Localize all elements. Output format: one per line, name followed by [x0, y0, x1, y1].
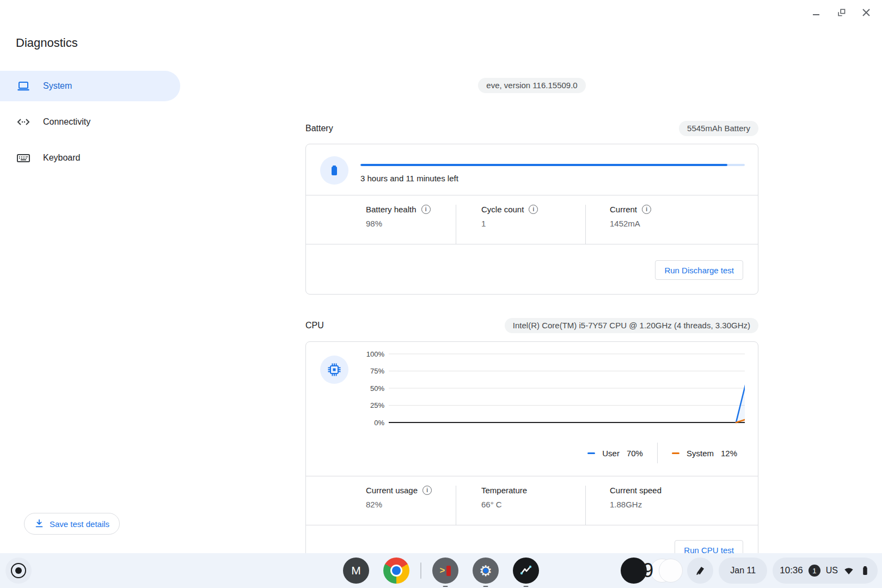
legend-user-dash [587, 452, 595, 454]
svg-text:25%: 25% [370, 401, 384, 409]
calendar-date-button[interactable]: Jan 11 [719, 558, 767, 584]
battery-capacity-chip: 5545mAh Battery [679, 121, 758, 136]
chrome-app-button[interactable] [383, 558, 409, 584]
legend-system-label: System [687, 449, 714, 458]
restore-icon [836, 8, 846, 17]
window-controls [808, 4, 874, 21]
battery-icon-circle [320, 156, 348, 185]
avatar-letter: M [351, 564, 361, 577]
battery-charge-row: 3 hours and 11 minutes left [306, 144, 758, 195]
cpu-chart-row: 100%75%50%25%0% [306, 342, 758, 430]
save-test-details-button[interactable]: Save test details [24, 513, 120, 535]
terminal-icon: > [440, 565, 445, 576]
stat-value: 98% [366, 219, 456, 228]
page-title: Diagnostics [16, 36, 78, 50]
current-stat: Currenti 1452mA [585, 205, 758, 244]
stat-label: Cycle count [481, 205, 524, 214]
notification-count: 9 [642, 559, 653, 582]
board-version-chip: eve, version 116.15509.0 [478, 78, 585, 93]
current-usage-stat: Current usagei 82% [366, 486, 456, 525]
info-icon[interactable]: i [421, 205, 431, 214]
terminal-app-button[interactable]: > [432, 558, 458, 584]
current-speed-stat: Current speed 1.88GHz [585, 486, 758, 525]
legend-user: User 70% [587, 449, 643, 458]
profile-avatar[interactable]: M [343, 558, 369, 584]
close-icon [862, 8, 871, 17]
save-test-details-label: Save test details [50, 519, 109, 529]
wifi-icon [843, 565, 854, 576]
stat-label: Current [610, 205, 637, 214]
info-icon[interactable]: i [529, 205, 538, 214]
diagnostics-app-button[interactable] [513, 558, 539, 584]
stat-label: Temperature [481, 486, 527, 495]
shelf-apps: M > ⚙ [343, 558, 539, 584]
battery-time-left: 3 hours and 11 minutes left [360, 174, 745, 183]
restore-button[interactable] [833, 4, 849, 21]
battery-section-title: Battery [305, 124, 333, 133]
settings-app-button[interactable]: ⚙ [473, 558, 499, 584]
cpu-model-chip: Intel(R) Core(TM) i5-7Y57 CPU @ 1.20GHz … [505, 318, 758, 333]
status-area: 9 Jan 11 10:36 1 US [621, 558, 878, 584]
sidebar-item-connectivity[interactable]: Connectivity [0, 107, 180, 137]
cpu-icon-circle [320, 356, 348, 384]
stat-label: Battery health [366, 205, 416, 214]
quick-settings-button[interactable]: 10:36 1 US [773, 558, 878, 584]
legend-system-dash [672, 452, 679, 454]
sidebar: System Connectivity Keyboard [0, 71, 180, 179]
stat-value: 1.88GHz [610, 500, 758, 509]
info-icon[interactable]: i [422, 486, 432, 495]
launcher-icon [11, 563, 26, 578]
keyboard-locale-label: US [826, 566, 838, 575]
legend-system-value: 12% [721, 449, 737, 458]
svg-text:75%: 75% [370, 367, 384, 375]
legend-user-label: User [602, 449, 620, 458]
cpu-card: 100%75%50%25%0% User 70% System 12% Cur [305, 341, 758, 567]
sidebar-item-label: Connectivity [43, 117, 90, 127]
notification-cluster[interactable]: 9 [621, 558, 682, 584]
battery-stats-row: Battery healthi 98% Cycle counti 1 Curre… [306, 195, 758, 244]
launcher-button[interactable] [5, 558, 32, 584]
close-button[interactable] [858, 4, 874, 21]
download-icon [34, 519, 44, 529]
stat-value: 1452mA [610, 219, 758, 228]
ime-badge: 1 [808, 565, 820, 577]
stat-value: 66° C [481, 500, 585, 509]
date-label: Jan 11 [730, 566, 756, 575]
stat-value: 1 [481, 219, 585, 228]
sidebar-item-keyboard[interactable]: Keyboard [0, 143, 180, 173]
run-discharge-test-button[interactable]: Run Discharge test [655, 260, 743, 280]
cycle-count-stat: Cycle counti 1 [456, 205, 585, 244]
battery-progress-fill [360, 164, 727, 166]
sidebar-item-label: Keyboard [43, 153, 81, 163]
svg-text:0%: 0% [374, 419, 384, 427]
cpu-chart-legend: User 70% System 12% [306, 430, 758, 476]
laptop-icon [16, 79, 30, 93]
svg-text:50%: 50% [370, 384, 384, 393]
legend-user-value: 70% [627, 449, 643, 458]
connectivity-icon [16, 115, 30, 129]
minimize-icon [812, 8, 820, 17]
sidebar-item-system[interactable]: System [0, 71, 180, 101]
stylus-tools-button[interactable] [687, 558, 713, 584]
info-icon[interactable]: i [642, 205, 651, 214]
chrome-icon [383, 558, 409, 584]
legend-divider [657, 443, 658, 463]
minimize-button[interactable] [808, 4, 824, 21]
stat-label: Current speed [610, 486, 661, 495]
shelf-separator [420, 562, 421, 579]
battery-icon [328, 164, 341, 177]
cpu-section-title: CPU [305, 321, 324, 330]
temperature-stat: Temperature 66° C [456, 486, 585, 525]
line-chart-icon [518, 563, 534, 578]
stylus-pen-icon [695, 565, 706, 576]
svg-text:100%: 100% [366, 350, 385, 358]
cpu-stats-row: Current usagei 82% Temperature 66° C Cur… [306, 476, 758, 525]
clock-label: 10:36 [780, 565, 803, 576]
stat-label: Current usage [366, 486, 418, 495]
cpu-usage-chart: 100%75%50%25%0% [356, 348, 745, 430]
legend-system: System 12% [672, 449, 737, 458]
cpu-section-header: CPU Intel(R) Core(TM) i5-7Y57 CPU @ 1.20… [305, 318, 758, 333]
sidebar-item-label: System [43, 81, 72, 91]
chromeos-diagnostics-screen: Diagnostics System Connectivity Keyboard… [0, 0, 882, 588]
battery-status-icon [860, 565, 871, 576]
